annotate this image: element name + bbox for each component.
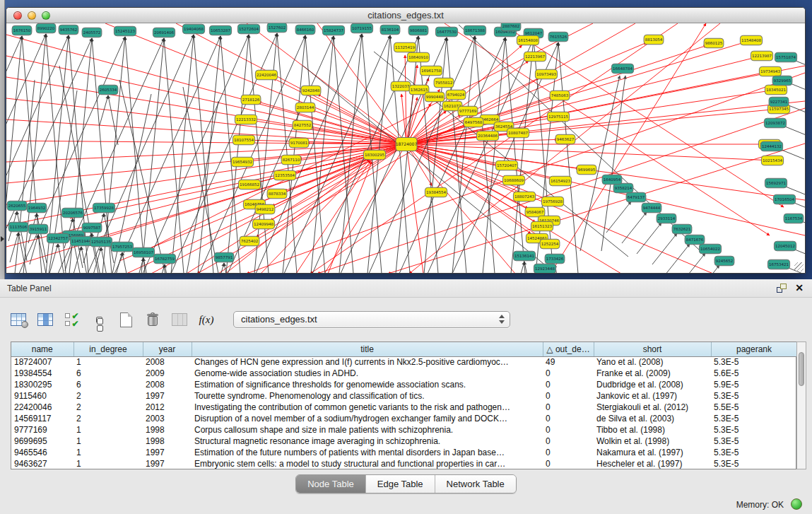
graph-node[interactable]: 9245652 — [714, 256, 734, 266]
table-row[interactable]: 969969511998Structural magnetic resonanc… — [11, 436, 797, 447]
graph-node[interactable]: 10654022 — [699, 244, 721, 254]
tab-network-table[interactable]: Network Table — [435, 475, 516, 493]
graph-node[interactable]: 22420046 — [255, 70, 277, 80]
graph-node[interactable]: 2405572 — [82, 28, 102, 37]
graph-node[interactable]: 18671388 — [464, 25, 486, 35]
graph-node[interactable]: 3915911 — [28, 224, 48, 234]
graph-node[interactable]: 18807243 — [513, 192, 535, 201]
graph-node[interactable]: 1964932 — [27, 203, 47, 213]
graph-node[interactable]: 9777169 — [458, 106, 478, 116]
graph-node[interactable]: 9358214 — [613, 183, 633, 193]
graph-node[interactable]: 19166852 — [238, 180, 260, 189]
column-header-title[interactable]: title — [192, 342, 543, 356]
node-table[interactable]: namein_degreeyeartitle△ out_de…shortpage… — [11, 341, 796, 469]
memory-ok-indicator[interactable] — [791, 498, 802, 510]
network-canvas[interactable]: 1676150899022094357622405572152451232069… — [6, 23, 805, 273]
graph-node[interactable]: 16151323 — [531, 221, 553, 231]
graph-node[interactable]: 15245123 — [114, 26, 136, 36]
network-window-titlebar[interactable]: citations_edges.txt — [6, 8, 805, 23]
graph-node[interactable]: 16154808 — [517, 35, 539, 45]
expand-panel-arrow-icon[interactable] — [1, 236, 4, 242]
graph-node[interactable]: 7955812 — [434, 78, 454, 88]
graph-node[interactable]: 12093872 — [764, 118, 786, 128]
graph-node[interactable]: 7485063 — [550, 90, 570, 100]
graph-node[interactable]: 12353584 — [273, 170, 295, 180]
graph-node[interactable]: 9584067 — [525, 207, 545, 217]
graph-node[interactable]: 12213987 — [751, 51, 772, 61]
graph-node[interactable]: 7625402 — [240, 236, 259, 246]
graph-node[interactable]: 18300295 — [363, 150, 385, 160]
graph-node[interactable]: 8267110 — [281, 155, 301, 165]
graph-node[interactable]: 7615526 — [548, 32, 568, 42]
graph-node[interactable]: 10215434 — [761, 156, 783, 165]
graph-node[interactable]: 17957253 — [111, 242, 133, 252]
graph-node[interactable]: 12213967 — [524, 52, 546, 62]
network-view-window[interactable]: citations_edges.txt 16761508990220943576… — [6, 7, 806, 274]
graph-node[interactable]: 9474444 — [642, 203, 661, 213]
graph-node[interactable]: 8466160 — [295, 25, 315, 35]
table-header-row[interactable]: namein_degreeyeartitle△ out_de…shortpage… — [11, 342, 797, 356]
graph-node[interactable]: 8813054 — [644, 35, 664, 45]
table-row[interactable]: 1938455462009Genome-wide association stu… — [11, 368, 797, 379]
tab-edge-table[interactable]: Edge Table — [366, 475, 435, 493]
graph-node[interactable]: 17359928 — [93, 203, 114, 213]
graph-node[interactable]: 9860125 — [704, 38, 724, 48]
tab-node-table[interactable]: Node Table — [296, 475, 366, 493]
new-table-icon[interactable] — [116, 310, 136, 329]
graph-node[interactable]: 8990220 — [36, 23, 56, 33]
graph-node[interactable]: 17016504 — [773, 194, 795, 204]
graph-node[interactable]: 19734943 — [759, 66, 781, 76]
graph-node[interactable]: 1113506 — [8, 222, 28, 232]
window-resize-grip[interactable] — [794, 262, 804, 271]
table-row[interactable]: 946554611997Estimation of the future num… — [11, 447, 797, 458]
graph-node[interactable]: 9498212 — [255, 204, 275, 214]
graph-node[interactable]: 8471676 — [685, 235, 705, 245]
graph-node[interactable]: 2887682 — [501, 23, 521, 31]
graph-node[interactable]: 11548408 — [740, 35, 762, 45]
column-header-name[interactable]: name — [11, 342, 73, 356]
table-row[interactable]: 977716911998Corpus callosum shape and si… — [11, 424, 797, 436]
graph-node[interactable]: 12444132 — [760, 141, 782, 151]
column-header-short[interactable]: short — [594, 342, 711, 356]
table-settings-icon[interactable] — [8, 310, 28, 329]
graph-node[interactable]: 9699695 — [577, 165, 596, 175]
graph-node[interactable]: 16961758 — [420, 66, 442, 76]
graph-node[interactable]: 9463627 — [555, 134, 575, 144]
graph-node[interactable]: 12045012 — [774, 241, 796, 251]
graph-node[interactable]: 2933114 — [657, 214, 676, 223]
graph-node[interactable]: 9097587 — [82, 223, 102, 233]
graph-node[interactable]: 1733426 — [545, 254, 565, 264]
graph-node[interactable]: 7632621 — [672, 224, 692, 234]
graph-node[interactable]: 12213332 — [235, 115, 257, 124]
graph-node[interactable]: 8136104 — [380, 25, 400, 35]
graph-node[interactable]: 16753421 — [767, 259, 789, 269]
graph-node[interactable]: 15272604 — [237, 24, 259, 34]
column-header-in_degree[interactable]: in_degree — [73, 342, 143, 356]
graph-node[interactable]: 6794024 — [446, 90, 466, 100]
graph-node[interactable]: 1640954 — [602, 175, 622, 185]
graph-node[interactable]: 9857791 — [214, 252, 234, 262]
table-column-icon[interactable] — [35, 310, 55, 329]
graph-node[interactable]: 19384554 — [425, 187, 447, 197]
graph-node[interactable]: 18107554 — [233, 135, 254, 145]
row-mode-icon[interactable] — [89, 310, 109, 329]
table-row[interactable]: 946362711997Embryonic stem cells: a mode… — [11, 458, 797, 469]
float-panel-icon[interactable] — [777, 284, 787, 293]
graph-node[interactable]: 1676150 — [12, 25, 32, 35]
graph-node[interactable]: 16477530 — [435, 27, 457, 37]
graph-node[interactable]: 12975115 — [547, 112, 569, 122]
graph-node[interactable]: 9170081 — [289, 138, 309, 148]
graph-node[interactable]: 1167534 — [784, 214, 804, 223]
graph-node[interactable]: 15824737 — [322, 25, 344, 35]
graph-node[interactable]: 2620655 — [7, 201, 27, 211]
collapsed-panel-strip[interactable] — [0, 0, 5, 279]
graph-node[interactable]: 9329965 — [772, 76, 792, 86]
graph-node[interactable]: 12409948 — [252, 219, 274, 229]
graph-node[interactable]: 11325419 — [394, 42, 416, 52]
graph-node[interactable]: 10719155 — [351, 23, 372, 33]
table-row[interactable]: 1872400712008Changes of HCN gene express… — [11, 356, 797, 368]
graph-node[interactable]: 10807487 — [507, 128, 529, 138]
table-row[interactable]: 2242004622012Investigating the contribut… — [11, 402, 797, 413]
graph-node[interactable]: 20364486 — [476, 131, 498, 141]
table-vertical-scrollbar[interactable] — [796, 341, 806, 469]
